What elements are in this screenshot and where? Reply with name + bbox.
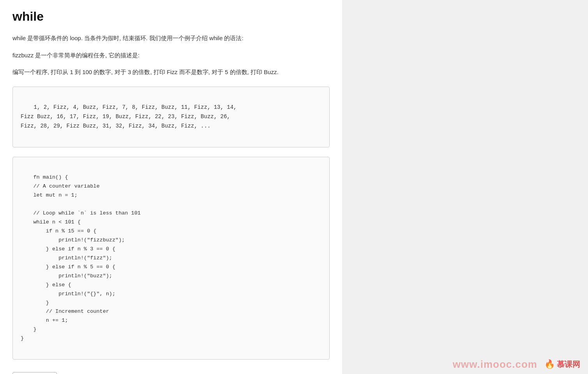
code-text: fn main() { // A counter variable let mu…	[21, 174, 141, 341]
main-content: while while 是带循环条件的 loop. 当条件为假时, 结束循环. …	[0, 0, 342, 374]
output-block: 1, 2, Fizz, 4, Buzz, Fizz, 7, 8, Fizz, B…	[12, 87, 330, 148]
page-title: while	[12, 9, 330, 24]
previous-button[interactable]: ◀ Previous	[12, 372, 57, 374]
code-block: fn main() { // A counter variable let mu…	[12, 157, 330, 360]
output-text: 1, 2, Fizz, 4, Buzz, Fizz, 7, 8, Fizz, B…	[21, 104, 237, 129]
sidebar	[342, 0, 588, 374]
intro-paragraph: while 是带循环条件的 loop. 当条件为假时, 结束循环. 我们使用一个…	[12, 33, 330, 43]
task-description: 编写一个程序, 打印从 1 到 100 的数字, 对于 3 的倍数, 打印 Fi…	[12, 67, 330, 77]
fizzbuzz-description: fizzbuzz 是一个非常简单的编程任务, 它的描述是:	[12, 50, 330, 60]
